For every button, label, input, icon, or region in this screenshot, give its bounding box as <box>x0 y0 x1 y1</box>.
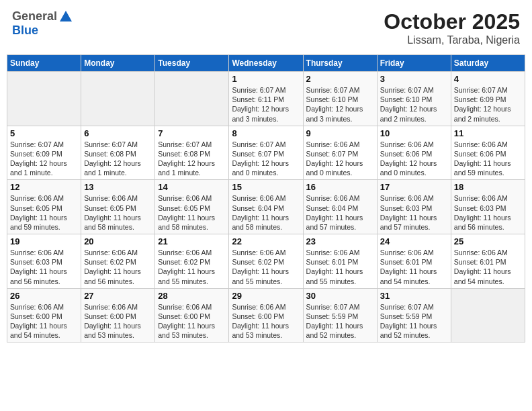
calendar-cell <box>81 72 155 126</box>
day-info: Sunrise: 6:06 AM Sunset: 6:00 PM Dayligh… <box>158 302 226 340</box>
weekday-header: Saturday <box>451 55 525 72</box>
calendar-week-row: 1Sunrise: 6:07 AM Sunset: 6:11 PM Daylig… <box>7 72 525 126</box>
calendar-cell: 4Sunrise: 6:07 AM Sunset: 6:09 PM Daylig… <box>451 72 525 126</box>
day-number: 29 <box>232 291 300 301</box>
calendar-cell: 19Sunrise: 6:06 AM Sunset: 6:03 PM Dayli… <box>7 234 81 289</box>
calendar-cell: 29Sunrise: 6:06 AM Sunset: 6:00 PM Dayli… <box>229 288 303 342</box>
day-number: 17 <box>380 182 448 192</box>
day-number: 2 <box>306 74 374 84</box>
calendar-cell <box>7 72 81 126</box>
day-number: 25 <box>454 236 522 246</box>
day-info: Sunrise: 6:07 AM Sunset: 6:09 PM Dayligh… <box>10 140 78 178</box>
day-number: 18 <box>454 182 522 192</box>
day-info: Sunrise: 6:06 AM Sunset: 6:00 PM Dayligh… <box>84 302 152 340</box>
calendar-header-row: SundayMondayTuesdayWednesdayThursdayFrid… <box>7 55 525 72</box>
calendar-cell: 5Sunrise: 6:07 AM Sunset: 6:09 PM Daylig… <box>7 126 81 180</box>
calendar-cell: 22Sunrise: 6:06 AM Sunset: 6:02 PM Dayli… <box>229 234 303 289</box>
day-info: Sunrise: 6:06 AM Sunset: 6:04 PM Dayligh… <box>232 193 300 232</box>
day-info: Sunrise: 6:06 AM Sunset: 6:06 PM Dayligh… <box>454 140 522 178</box>
weekday-header: Wednesday <box>229 55 303 72</box>
day-number: 14 <box>158 182 226 192</box>
logo: General Blue <box>12 9 73 38</box>
calendar-cell: 20Sunrise: 6:06 AM Sunset: 6:02 PM Dayli… <box>81 234 155 289</box>
day-number: 26 <box>10 291 78 301</box>
day-number: 3 <box>380 74 448 84</box>
day-info: Sunrise: 6:06 AM Sunset: 6:02 PM Dayligh… <box>232 248 300 286</box>
calendar-cell: 11Sunrise: 6:06 AM Sunset: 6:06 PM Dayli… <box>451 126 525 180</box>
day-number: 28 <box>158 291 226 301</box>
day-info: Sunrise: 6:06 AM Sunset: 6:05 PM Dayligh… <box>84 193 152 232</box>
weekday-header: Sunday <box>7 55 81 72</box>
day-number: 5 <box>10 128 78 138</box>
day-number: 24 <box>380 236 448 246</box>
day-number: 21 <box>158 236 226 246</box>
page-title: October 2025 <box>384 9 520 34</box>
day-info: Sunrise: 6:06 AM Sunset: 6:03 PM Dayligh… <box>10 248 78 286</box>
day-info: Sunrise: 6:07 AM Sunset: 6:08 PM Dayligh… <box>158 140 226 178</box>
day-number: 16 <box>306 182 374 192</box>
calendar-cell: 31Sunrise: 6:07 AM Sunset: 5:59 PM Dayli… <box>377 288 451 342</box>
weekday-header: Friday <box>377 55 451 72</box>
calendar-cell: 28Sunrise: 6:06 AM Sunset: 6:00 PM Dayli… <box>155 288 229 342</box>
calendar-cell: 9Sunrise: 6:06 AM Sunset: 6:07 PM Daylig… <box>303 126 377 180</box>
calendar-cell: 30Sunrise: 6:07 AM Sunset: 5:59 PM Dayli… <box>303 288 377 342</box>
day-number: 11 <box>454 128 522 138</box>
calendar-cell: 25Sunrise: 6:06 AM Sunset: 6:01 PM Dayli… <box>451 234 525 289</box>
day-info: Sunrise: 6:06 AM Sunset: 6:05 PM Dayligh… <box>10 193 78 232</box>
day-number: 10 <box>380 128 448 138</box>
day-info: Sunrise: 6:07 AM Sunset: 5:59 PM Dayligh… <box>306 302 374 340</box>
title-block: October 2025 Lissam, Taraba, Nigeria <box>384 9 520 46</box>
day-info: Sunrise: 6:06 AM Sunset: 6:01 PM Dayligh… <box>380 248 448 286</box>
day-info: Sunrise: 6:07 AM Sunset: 6:09 PM Dayligh… <box>454 85 522 124</box>
calendar-cell: 18Sunrise: 6:06 AM Sunset: 6:03 PM Dayli… <box>451 180 525 234</box>
calendar-cell: 12Sunrise: 6:06 AM Sunset: 6:05 PM Dayli… <box>7 180 81 234</box>
day-info: Sunrise: 6:06 AM Sunset: 6:00 PM Dayligh… <box>232 302 300 340</box>
day-info: Sunrise: 6:06 AM Sunset: 6:01 PM Dayligh… <box>454 248 522 286</box>
day-info: Sunrise: 6:07 AM Sunset: 6:11 PM Dayligh… <box>232 85 300 124</box>
calendar-cell: 14Sunrise: 6:06 AM Sunset: 6:05 PM Dayli… <box>155 180 229 234</box>
day-number: 9 <box>306 128 374 138</box>
day-number: 15 <box>232 182 300 192</box>
page-subtitle: Lissam, Taraba, Nigeria <box>384 34 520 46</box>
day-info: Sunrise: 6:06 AM Sunset: 6:05 PM Dayligh… <box>158 193 226 232</box>
calendar-cell: 3Sunrise: 6:07 AM Sunset: 6:10 PM Daylig… <box>377 72 451 126</box>
day-info: Sunrise: 6:07 AM Sunset: 6:10 PM Dayligh… <box>306 85 374 124</box>
weekday-header: Thursday <box>303 55 377 72</box>
weekday-header: Tuesday <box>155 55 229 72</box>
day-info: Sunrise: 6:06 AM Sunset: 6:00 PM Dayligh… <box>10 302 78 340</box>
day-number: 23 <box>306 236 374 246</box>
day-info: Sunrise: 6:06 AM Sunset: 6:03 PM Dayligh… <box>454 193 522 232</box>
day-number: 27 <box>84 291 152 301</box>
calendar-cell: 8Sunrise: 6:07 AM Sunset: 6:07 PM Daylig… <box>229 126 303 180</box>
page-header: General Blue October 2025 Lissam, Taraba… <box>7 7 525 49</box>
day-info: Sunrise: 6:06 AM Sunset: 6:06 PM Dayligh… <box>380 140 448 178</box>
weekday-header: Monday <box>81 55 155 72</box>
day-info: Sunrise: 6:06 AM Sunset: 6:02 PM Dayligh… <box>158 248 226 286</box>
day-number: 12 <box>10 182 78 192</box>
day-number: 6 <box>84 128 152 138</box>
calendar-cell: 7Sunrise: 6:07 AM Sunset: 6:08 PM Daylig… <box>155 126 229 180</box>
calendar-cell: 27Sunrise: 6:06 AM Sunset: 6:00 PM Dayli… <box>81 288 155 342</box>
calendar-cell <box>155 72 229 126</box>
calendar-cell: 15Sunrise: 6:06 AM Sunset: 6:04 PM Dayli… <box>229 180 303 234</box>
calendar-cell: 26Sunrise: 6:06 AM Sunset: 6:00 PM Dayli… <box>7 288 81 342</box>
calendar-cell: 23Sunrise: 6:06 AM Sunset: 6:01 PM Dayli… <box>303 234 377 289</box>
calendar-week-row: 26Sunrise: 6:06 AM Sunset: 6:00 PM Dayli… <box>7 288 525 342</box>
day-info: Sunrise: 6:06 AM Sunset: 6:01 PM Dayligh… <box>306 248 374 286</box>
calendar-cell: 10Sunrise: 6:06 AM Sunset: 6:06 PM Dayli… <box>377 126 451 180</box>
svg-marker-0 <box>60 11 72 21</box>
day-info: Sunrise: 6:06 AM Sunset: 6:04 PM Dayligh… <box>306 193 374 232</box>
day-number: 1 <box>232 74 300 84</box>
logo-general: General <box>12 10 57 24</box>
day-number: 20 <box>84 236 152 246</box>
day-info: Sunrise: 6:07 AM Sunset: 6:08 PM Dayligh… <box>84 140 152 178</box>
calendar-cell: 24Sunrise: 6:06 AM Sunset: 6:01 PM Dayli… <box>377 234 451 289</box>
calendar-cell <box>451 288 525 342</box>
day-info: Sunrise: 6:07 AM Sunset: 5:59 PM Dayligh… <box>380 302 448 340</box>
day-number: 22 <box>232 236 300 246</box>
day-number: 19 <box>10 236 78 246</box>
day-info: Sunrise: 6:06 AM Sunset: 6:02 PM Dayligh… <box>84 248 152 286</box>
calendar-week-row: 19Sunrise: 6:06 AM Sunset: 6:03 PM Dayli… <box>7 234 525 289</box>
logo-blue: Blue <box>12 24 73 38</box>
day-info: Sunrise: 6:06 AM Sunset: 6:03 PM Dayligh… <box>380 193 448 232</box>
